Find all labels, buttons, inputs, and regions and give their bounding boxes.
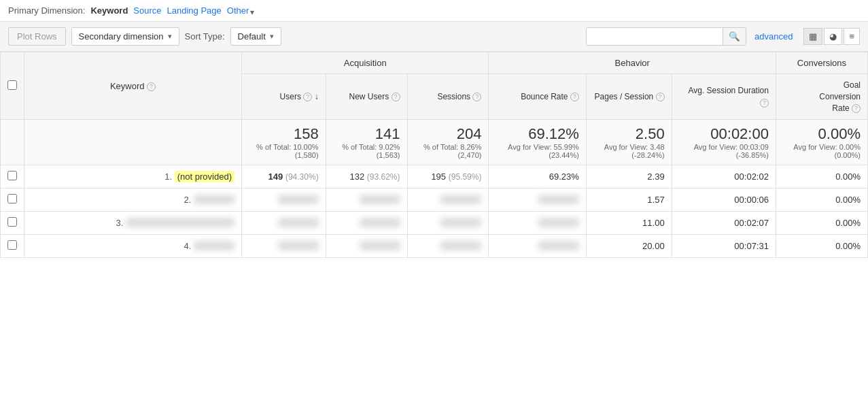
header-avg-session-duration: Avg. Session Duration ? <box>672 74 776 120</box>
row3-bounce-rate-cell <box>489 212 586 235</box>
users-help-icon[interactable]: ? <box>303 93 312 101</box>
totals-row: 158 % of Total: 10.00% (1,580) 141 % of … <box>1 120 868 165</box>
table-row: 3. 11.00 00:02:07 0.00% <box>1 212 868 235</box>
search-button[interactable]: 🔍 <box>723 28 746 45</box>
bounce-rate-help-icon[interactable]: ? <box>570 93 579 101</box>
row1-keyword-cell: 1. (not provided) <box>24 165 242 189</box>
row3-goal-conversion-rate-cell: 0.00% <box>776 212 867 235</box>
totals-bounce-rate-cell: 69.12% Avg for View: 55.99% (23.44%) <box>489 120 586 165</box>
row2-checkbox-cell <box>1 189 24 212</box>
row1-sessions-cell: 195 (95.59%) <box>407 165 489 189</box>
row3-checkbox[interactable] <box>7 217 17 227</box>
primary-dim-landingpage[interactable]: Landing Page <box>167 5 222 16</box>
row4-users-cell <box>242 235 326 258</box>
row3-num: 3. <box>116 218 124 228</box>
other-dropdown-arrow[interactable] <box>250 7 260 16</box>
row2-new-users-cell <box>326 189 407 212</box>
table-wrapper: Keyword ? Acquisition Behavior Conversio… <box>0 52 868 258</box>
avg-session-duration-help-icon[interactable]: ? <box>760 99 769 108</box>
row4-checkbox-cell <box>1 235 24 258</box>
row3-keyword-blurred <box>126 218 235 227</box>
row3-users-cell <box>242 212 326 235</box>
row2-pages-session-cell: 1.57 <box>586 189 672 212</box>
header-behavior: Behavior <box>489 52 776 74</box>
row2-num: 2. <box>184 195 192 205</box>
row4-checkbox[interactable] <box>7 240 17 250</box>
view-list-button[interactable]: ≡ <box>844 28 860 45</box>
view-grid-button[interactable]: ▦ <box>803 28 822 45</box>
data-table: Keyword ? Acquisition Behavior Conversio… <box>0 52 868 258</box>
view-pie-button[interactable]: ◕ <box>824 28 842 45</box>
row1-pages-session-cell: 2.39 <box>586 165 672 189</box>
search-box: 🔍 <box>586 27 746 46</box>
table-row: 4. 20.00 00:07:31 0.00% <box>1 235 868 258</box>
row2-keyword-cell: 2. <box>24 189 242 212</box>
header-new-users: New Users ? <box>326 74 407 120</box>
table-row: 1. (not provided) 149 (94.30%) 132 (93.6… <box>1 165 868 189</box>
header-pages-session: Pages / Session ? <box>586 74 672 120</box>
header-conversions: Conversions <box>776 52 867 74</box>
row1-num: 1. <box>164 171 172 182</box>
row1-users-cell: 149 (94.30%) <box>242 165 326 189</box>
search-input[interactable] <box>587 28 723 45</box>
primary-dimension-label: Primary Dimension: <box>8 5 85 16</box>
sessions-help-icon[interactable]: ? <box>472 93 481 101</box>
totals-sessions-cell: 204 % of Total: 8.26% (2,470) <box>407 120 489 165</box>
primary-dimension-bar: Primary Dimension: Keyword Source Landin… <box>0 0 868 22</box>
select-all-checkbox[interactable] <box>7 80 17 90</box>
row2-bounce-rate-blurred <box>538 195 579 204</box>
row2-avg-session-duration-cell: 00:00:06 <box>672 189 776 212</box>
advanced-link[interactable]: advanced <box>754 31 793 42</box>
row2-users-blurred <box>278 195 319 204</box>
toolbar: Plot Rows Secondary dimension ▾ Sort Typ… <box>0 22 868 52</box>
totals-new-users-cell: 141 % of Total: 9.02% (1,563) <box>326 120 407 165</box>
row4-bounce-rate-blurred <box>538 241 579 250</box>
row1-avg-session-duration-cell: 00:02:02 <box>672 165 776 189</box>
sort-arrow: ▾ <box>270 32 274 41</box>
row4-sessions-blurred <box>440 241 481 250</box>
primary-dim-keyword[interactable]: Keyword <box>90 5 128 16</box>
sort-type-dropdown[interactable]: Default ▾ <box>230 27 281 46</box>
totals-avg-session-duration-cell: 00:02:00 Avg for View: 00:03:09 (-36.85%… <box>672 120 776 165</box>
header-users: Users ? ↓ <box>242 74 326 120</box>
row4-new-users-cell <box>326 235 407 258</box>
row4-users-blurred <box>278 241 319 250</box>
row1-bounce-rate-cell: 69.23% <box>489 165 586 189</box>
row3-sessions-blurred <box>440 218 481 227</box>
row3-pages-session-cell: 11.00 <box>586 212 672 235</box>
header-keyword: Keyword ? <box>24 52 242 120</box>
row4-pages-session-cell: 20.00 <box>586 235 672 258</box>
row4-new-users-blurred <box>360 241 400 250</box>
row2-users-cell <box>242 189 326 212</box>
users-sort-icon[interactable]: ↓ <box>315 92 319 101</box>
header-acquisition: Acquisition <box>242 52 489 74</box>
row2-new-users-blurred <box>360 195 400 204</box>
secondary-dim-arrow: ▾ <box>168 32 172 41</box>
pages-session-help-icon[interactable]: ? <box>656 93 665 101</box>
row1-keyword[interactable]: (not provided) <box>175 171 235 182</box>
table-row: 2. 1.57 00:00:06 0.00% <box>1 189 868 212</box>
row3-new-users-blurred <box>360 218 400 227</box>
totals-checkbox-cell <box>1 120 24 165</box>
primary-dim-other[interactable]: Other <box>227 5 249 16</box>
primary-dim-source[interactable]: Source <box>133 5 161 16</box>
keyword-help-icon[interactable]: ? <box>147 82 156 91</box>
row1-checkbox-cell <box>1 165 24 189</box>
row4-avg-session-duration-cell: 00:07:31 <box>672 235 776 258</box>
row2-goal-conversion-rate-cell: 0.00% <box>776 189 867 212</box>
row3-avg-session-duration-cell: 00:02:07 <box>672 212 776 235</box>
row4-sessions-cell <box>407 235 489 258</box>
row1-checkbox[interactable] <box>7 171 17 180</box>
sort-type-label: Sort Type: <box>185 31 225 42</box>
goal-conversion-rate-help-icon[interactable]: ? <box>852 104 861 113</box>
row1-goal-conversion-rate-cell: 0.00% <box>776 165 867 189</box>
row4-goal-conversion-rate-cell: 0.00% <box>776 235 867 258</box>
totals-keyword-cell <box>24 120 242 165</box>
secondary-dimension-dropdown[interactable]: Secondary dimension ▾ <box>71 27 179 46</box>
row2-checkbox[interactable] <box>7 194 17 203</box>
header-sessions: Sessions ? <box>407 74 489 120</box>
row2-sessions-blurred <box>440 195 481 204</box>
row4-keyword-cell: 4. <box>24 235 242 258</box>
new-users-help-icon[interactable]: ? <box>392 93 400 101</box>
plot-rows-button[interactable]: Plot Rows <box>8 27 66 46</box>
